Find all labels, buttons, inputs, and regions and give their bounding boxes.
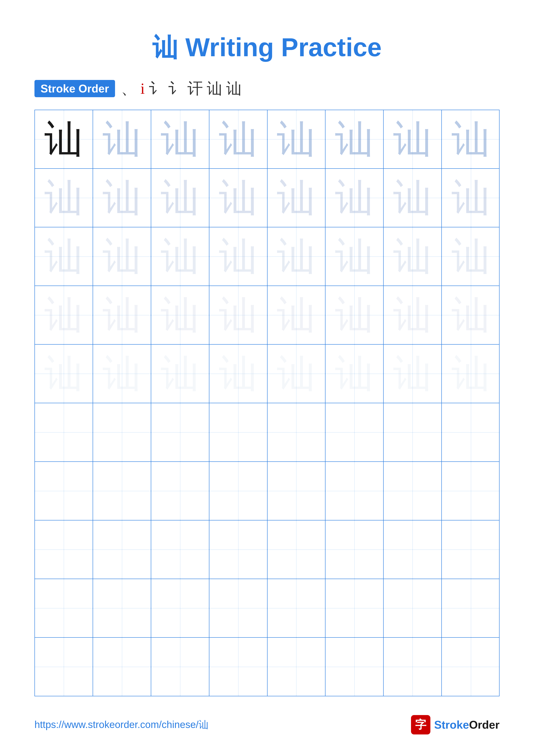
grid-cell[interactable]: 讪 [442, 345, 500, 403]
grid-cell[interactable]: 讪 [35, 110, 93, 168]
grid-cell[interactable] [93, 579, 151, 637]
grid-row-9 [35, 579, 499, 638]
grid-row-6 [35, 403, 499, 462]
grid-cell[interactable] [151, 462, 209, 520]
grid-cell[interactable]: 讪 [442, 169, 500, 227]
grid-cell[interactable] [209, 462, 267, 520]
grid-cell[interactable]: 讪 [209, 110, 267, 168]
grid-cell[interactable] [325, 521, 384, 579]
grid-row-2: 讪 讪 讪 讪 讪 讪 讪 讪 [35, 169, 499, 228]
grid-cell[interactable] [151, 579, 209, 637]
practice-grid: 讪 讪 讪 讪 讪 讪 讪 讪 讪 讪 讪 讪 讪 讪 讪 讪 讪 讪 讪 讪 … [35, 110, 499, 696]
grid-cell[interactable] [93, 403, 151, 461]
grid-cell[interactable]: 讪 [384, 286, 442, 344]
grid-cell[interactable]: 讪 [209, 169, 267, 227]
grid-cell[interactable]: 讪 [151, 110, 209, 168]
stroke-4: 讠 [168, 78, 184, 99]
grid-cell[interactable]: 讪 [93, 169, 151, 227]
grid-cell[interactable] [325, 579, 384, 637]
grid-cell[interactable] [384, 579, 442, 637]
grid-cell[interactable] [267, 403, 326, 461]
grid-cell[interactable] [209, 403, 267, 461]
grid-cell[interactable] [35, 521, 93, 579]
grid-cell[interactable] [325, 638, 384, 696]
grid-cell[interactable] [151, 638, 209, 696]
grid-cell[interactable]: 讪 [325, 228, 384, 285]
grid-cell[interactable] [384, 403, 442, 461]
grid-row-5: 讪 讪 讪 讪 讪 讪 讪 讪 [35, 345, 499, 403]
footer: https://www.strokeorder.com/chinese/讪 字 … [0, 715, 534, 735]
grid-cell[interactable] [384, 462, 442, 520]
footer-logo: 字 StrokeOrder [411, 715, 499, 735]
grid-cell[interactable] [151, 521, 209, 579]
grid-cell[interactable] [384, 521, 442, 579]
grid-cell[interactable] [35, 403, 93, 461]
grid-cell[interactable] [151, 403, 209, 461]
grid-cell[interactable]: 讪 [384, 228, 442, 285]
stroke-2: i [140, 80, 145, 97]
grid-cell[interactable]: 讪 [151, 228, 209, 285]
grid-cell[interactable]: 讪 [209, 228, 267, 285]
grid-cell[interactable] [442, 462, 500, 520]
grid-cell[interactable]: 讪 [384, 169, 442, 227]
grid-cell[interactable]: 讪 [93, 228, 151, 285]
grid-cell[interactable]: 讪 [35, 286, 93, 344]
stroke-order-badge: Stroke Order [35, 80, 115, 97]
stroke-3: 讠 [149, 78, 164, 99]
grid-cell[interactable]: 讪 [93, 286, 151, 344]
grid-cell[interactable] [325, 403, 384, 461]
grid-cell[interactable] [209, 638, 267, 696]
grid-cell[interactable] [442, 521, 500, 579]
grid-cell[interactable]: 讪 [93, 345, 151, 403]
grid-cell[interactable]: 讪 [384, 110, 442, 168]
grid-cell[interactable]: 讪 [442, 110, 500, 168]
grid-cell[interactable]: 讪 [325, 110, 384, 168]
grid-cell[interactable]: 讪 [267, 169, 326, 227]
stroke-6: 讪 [207, 78, 222, 99]
grid-cell[interactable]: 讪 [267, 228, 326, 285]
grid-cell[interactable] [442, 638, 500, 696]
grid-cell[interactable] [325, 462, 384, 520]
grid-cell[interactable]: 讪 [93, 110, 151, 168]
stroke-order-row: Stroke Order 、 i 讠 讠 讦 讪 讪 [0, 78, 534, 99]
grid-cell[interactable]: 讪 [384, 345, 442, 403]
grid-cell[interactable] [267, 579, 326, 637]
grid-cell[interactable] [442, 403, 500, 461]
grid-cell[interactable]: 讪 [325, 169, 384, 227]
grid-cell[interactable]: 讪 [325, 345, 384, 403]
grid-cell[interactable]: 讪 [442, 228, 500, 285]
grid-cell[interactable] [442, 579, 500, 637]
stroke-sequence: 、 i 讠 讠 讦 讪 讪 [121, 78, 242, 99]
grid-cell[interactable]: 讪 [267, 286, 326, 344]
grid-row-10 [35, 638, 499, 696]
grid-cell[interactable] [93, 638, 151, 696]
grid-cell[interactable] [93, 462, 151, 520]
grid-cell[interactable] [209, 579, 267, 637]
grid-cell[interactable] [35, 579, 93, 637]
grid-cell[interactable] [267, 462, 326, 520]
grid-cell[interactable] [93, 521, 151, 579]
footer-url[interactable]: https://www.strokeorder.com/chinese/讪 [35, 718, 209, 731]
grid-cell[interactable]: 讪 [151, 169, 209, 227]
grid-cell[interactable] [267, 521, 326, 579]
grid-cell[interactable]: 讪 [151, 286, 209, 344]
stroke-1: 、 [121, 78, 137, 99]
grid-row-3: 讪 讪 讪 讪 讪 讪 讪 讪 [35, 228, 499, 286]
grid-cell[interactable]: 讪 [35, 345, 93, 403]
grid-cell[interactable] [209, 521, 267, 579]
grid-cell[interactable]: 讪 [209, 286, 267, 344]
grid-cell[interactable]: 讪 [35, 228, 93, 285]
grid-row-7 [35, 462, 499, 521]
grid-cell[interactable]: 讪 [442, 286, 500, 344]
grid-cell[interactable]: 讪 [267, 345, 326, 403]
grid-cell[interactable]: 讪 [325, 286, 384, 344]
grid-cell[interactable]: 讪 [267, 110, 326, 168]
grid-cell[interactable] [384, 638, 442, 696]
grid-cell[interactable] [35, 638, 93, 696]
grid-cell[interactable]: 讪 [151, 345, 209, 403]
grid-cell[interactable] [35, 462, 93, 520]
page-title: 讪 Writing Practice [0, 0, 534, 78]
grid-cell[interactable]: 讪 [35, 169, 93, 227]
grid-cell[interactable]: 讪 [209, 345, 267, 403]
grid-cell[interactable] [267, 638, 326, 696]
